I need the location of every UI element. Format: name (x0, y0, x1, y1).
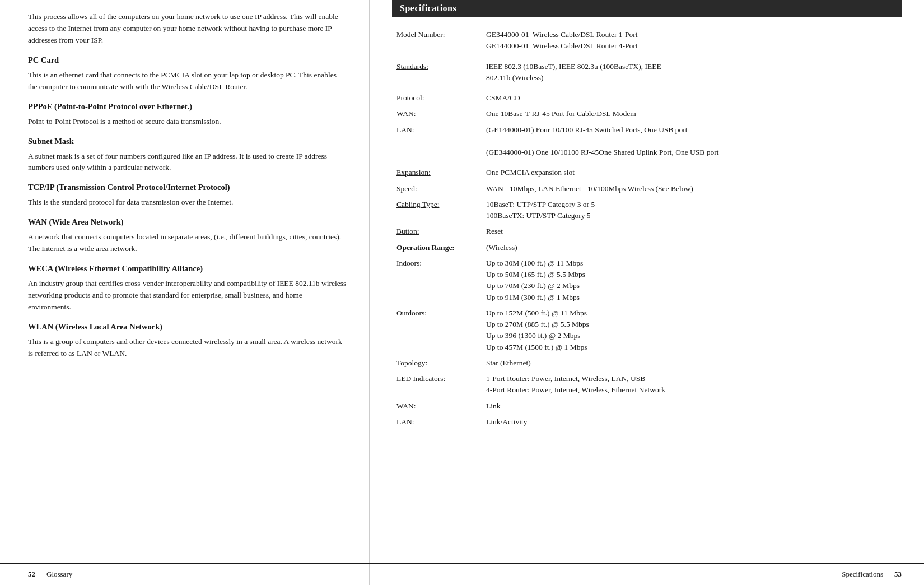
body-wlan: This is a group of computers and other d… (28, 336, 347, 360)
footer-right-section-name: Specifications (842, 570, 883, 579)
body-tcpip: This is the standard protocol for data t… (28, 197, 347, 208)
row-model-number: Model Number: GE344000-01 Wireless Cable… (392, 27, 902, 54)
label-standards: Standards: (392, 59, 482, 86)
body-wan: A network that connects computers locate… (28, 231, 347, 255)
body-pc-card: This is an ethernet card that connects t… (28, 69, 347, 93)
body-subnet-mask: A subnet mask is a set of four numbers c… (28, 151, 347, 174)
value-lan-link: Link/Activity (482, 414, 902, 430)
page-container: This process allows all of the computers… (0, 0, 924, 585)
value-standards: IEEE 802.3 (10BaseT), IEEE 802.3u (100Ba… (482, 59, 902, 86)
row-standards: Standards: IEEE 802.3 (10BaseT), IEEE 80… (392, 59, 902, 86)
section-pc-card: PC Card This is an ethernet card that co… (28, 55, 347, 93)
label-outdoors: Outdoors: (392, 305, 482, 355)
label-button: Button: (392, 224, 482, 239)
label-model-number: Model Number: (392, 27, 482, 54)
label-lan: LAN: (392, 122, 482, 161)
footer-left-page-number: 52 (28, 570, 35, 579)
section-wan: WAN (Wide Area Network) A network that c… (28, 217, 347, 255)
label-wan: WAN: (392, 106, 482, 122)
heading-subnet-mask: Subnet Mask (28, 137, 347, 146)
section-weca: WECA (Wireless Ethernet Compatibility Al… (28, 264, 347, 313)
row-button: Button: Reset (392, 224, 902, 239)
value-expansion: One PCMCIA expansion slot (482, 165, 902, 180)
section-wlan: WLAN (Wireless Local Area Network) This … (28, 322, 347, 360)
heading-weca: WECA (Wireless Ethernet Compatibility Al… (28, 264, 347, 273)
heading-pc-card: PC Card (28, 55, 347, 65)
section-subnet-mask: Subnet Mask A subnet mask is a set of fo… (28, 137, 347, 174)
value-model-number: GE344000-01 Wireless Cable/DSL Router 1-… (482, 27, 902, 54)
footer: 52 Glossary Specifications 53 (0, 563, 924, 585)
footer-right: Specifications 53 (370, 570, 924, 579)
value-led-indicators: 1-Port Router: Power, Internet, Wireless… (482, 371, 902, 398)
footer-left: 52 Glossary (0, 570, 370, 579)
label-indoors: Indoors: (392, 256, 482, 305)
row-indoors: Indoors: Up to 30M (100 ft.) @ 11 Mbps U… (392, 256, 902, 305)
row-operation-range: Operation Range: (Wireless) (392, 240, 902, 256)
heading-tcpip: TCP/IP (Transmission Control Protocol/In… (28, 183, 347, 192)
value-speed: WAN - 10Mbps, LAN Ethernet - 10/100Mbps … (482, 181, 902, 197)
footer-left-section-name: Glossary (46, 570, 72, 579)
body-pppoe: Point-to-Point Protocol is a method of s… (28, 116, 347, 128)
section-pppoe: PPPoE (Point-to-Point Protocol over Ethe… (28, 102, 347, 128)
value-outdoors: Up to 152M (500 ft.) @ 11 Mbps Up to 270… (482, 305, 902, 355)
right-column: Specifications Model Number: GE344000-01… (370, 0, 924, 585)
value-wan-link: Link (482, 398, 902, 414)
label-led-indicators: LED Indicators: (392, 371, 482, 398)
section-tcpip: TCP/IP (Transmission Control Protocol/In… (28, 183, 347, 208)
label-wan-link: WAN: (392, 398, 482, 414)
label-protocol: Protocol: (392, 90, 482, 106)
row-lan-link: LAN: Link/Activity (392, 414, 902, 430)
value-wan: One 10Base-T RJ-45 Port for Cable/DSL Mo… (482, 106, 902, 122)
value-protocol: CSMA/CD (482, 90, 902, 106)
row-topology: Topology: Star (Ethernet) (392, 355, 902, 371)
heading-pppoe: PPPoE (Point-to-Point Protocol over Ethe… (28, 102, 347, 112)
row-wan: WAN: One 10Base-T RJ-45 Port for Cable/D… (392, 106, 902, 122)
specs-table: Model Number: GE344000-01 Wireless Cable… (392, 27, 902, 430)
row-protocol: Protocol: CSMA/CD (392, 90, 902, 106)
value-cabling-type: 10BaseT: UTP/STP Category 3 or 5 100Base… (482, 197, 902, 224)
value-button: Reset (482, 224, 902, 239)
value-indoors: Up to 30M (100 ft.) @ 11 Mbps Up to 50M … (482, 256, 902, 305)
row-speed: Speed: WAN - 10Mbps, LAN Ethernet - 10/1… (392, 181, 902, 197)
heading-wan: WAN (Wide Area Network) (28, 217, 347, 227)
value-lan: (GE144000-01) Four 10/100 RJ-45 Switched… (482, 122, 902, 161)
body-weca: An industry group that certifies cross-v… (28, 278, 347, 313)
row-wan-link: WAN: Link (392, 398, 902, 414)
value-topology: Star (Ethernet) (482, 355, 902, 371)
row-expansion: Expansion: One PCMCIA expansion slot (392, 165, 902, 180)
label-operation-range: Operation Range: (392, 240, 482, 256)
row-lan: LAN: (GE144000-01) Four 10/100 RJ-45 Swi… (392, 122, 902, 161)
row-led-indicators: LED Indicators: 1-Port Router: Power, In… (392, 371, 902, 398)
intro-paragraph: This process allows all of the computers… (28, 11, 347, 47)
heading-wlan: WLAN (Wireless Local Area Network) (28, 322, 347, 332)
label-topology: Topology: (392, 355, 482, 371)
row-outdoors: Outdoors: Up to 152M (500 ft.) @ 11 Mbps… (392, 305, 902, 355)
value-operation-range-wireless: (Wireless) (482, 240, 902, 256)
specs-header: Specifications (392, 0, 902, 17)
footer-right-page-number: 53 (894, 570, 902, 579)
label-expansion: Expansion: (392, 165, 482, 180)
label-speed: Speed: (392, 181, 482, 197)
row-cabling-type: Cabling Type: 10BaseT: UTP/STP Category … (392, 197, 902, 224)
left-column: This process allows all of the computers… (0, 0, 370, 585)
label-cabling-type: Cabling Type: (392, 197, 482, 224)
label-lan-link: LAN: (392, 414, 482, 430)
